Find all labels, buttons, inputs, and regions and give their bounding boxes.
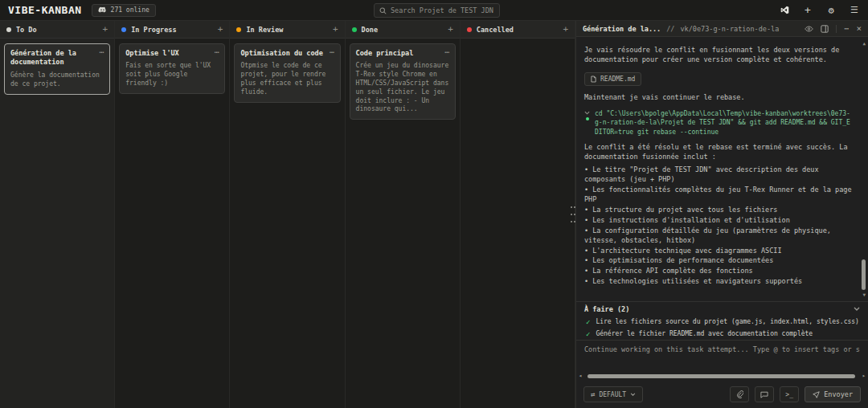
column-header-done: Done + xyxy=(346,21,460,39)
file-chip-label: README.md xyxy=(600,75,635,84)
card-description: Crée un jeu du dinosaure T-Rex style Chr… xyxy=(356,62,449,114)
bullet-icon: • xyxy=(584,165,588,173)
task-card-code-principal[interactable]: Code principal ⋯ Crée un jeu du dinosaur… xyxy=(350,43,456,120)
vscode-icon[interactable] xyxy=(779,5,790,16)
gear-icon[interactable]: ⚙ xyxy=(825,5,837,16)
scroll-left-icon[interactable]: ◂ xyxy=(579,373,582,379)
scroll-down-icon[interactable]: ▼ xyxy=(862,292,866,298)
footer-actions: >_ Envoyer xyxy=(730,386,861,402)
check-icon: ✓ xyxy=(586,330,590,338)
todo-section-header[interactable]: À faire (2) xyxy=(576,302,868,316)
task-card-optimisation-code[interactable]: Optimisation du code ⋯ Otpmise le code d… xyxy=(234,43,340,103)
column-header-in-progress: In Progress + xyxy=(115,21,229,39)
card-menu-icon[interactable]: ⋯ xyxy=(444,49,448,56)
command-block[interactable]: cd "C:\Users\bpolge\AppData\Local\Temp\v… xyxy=(584,109,852,137)
followup-input[interactable] xyxy=(584,345,860,371)
bullet-icon: • xyxy=(584,277,588,285)
column-title: Cancelled xyxy=(477,26,514,34)
app-logo: VIBE-KANBAN xyxy=(8,4,82,16)
send-button-label: Envoyer xyxy=(824,390,853,398)
eye-icon[interactable] xyxy=(805,26,813,32)
horizontal-scrollbar-thumb[interactable] xyxy=(588,374,855,378)
discord-online-badge[interactable]: 271 online xyxy=(92,4,156,17)
todo-item: ✓ Lire les fichiers source du projet (ga… xyxy=(576,316,868,328)
add-task-icon[interactable]: + xyxy=(448,24,453,35)
column-header-in-review: In Review + xyxy=(230,21,344,39)
close-icon[interactable]: × xyxy=(856,23,862,34)
assistant-message: Je vais résoudre le conflit en fusionnan… xyxy=(584,46,852,65)
column-body-in-progress: Optimise l'UX ⋯ Fais en sorte que l'UX s… xyxy=(115,39,229,408)
panel-footer: ⇄ DEFAULT >_ Envoyer xyxy=(576,381,868,408)
status-dot-in-progress xyxy=(121,27,126,32)
card-description: Otpmise le code de ce projet, pour le re… xyxy=(240,62,334,96)
terminal-button[interactable]: >_ xyxy=(780,386,799,402)
card-title: Optimise l'UX xyxy=(125,49,179,58)
add-task-icon[interactable]: + xyxy=(218,24,223,35)
scroll-right-icon[interactable]: ▸ xyxy=(862,373,866,379)
paperclip-icon xyxy=(736,390,743,398)
card-menu-icon[interactable]: ⋯ xyxy=(100,49,104,56)
column-header-cancelled: Cancelled + xyxy=(461,21,575,39)
task-card-generation-documentation[interactable]: Génération de la documentation ⋯ Génère … xyxy=(4,43,110,95)
file-chip-readme[interactable]: README.md xyxy=(584,72,641,86)
status-dot-cancelled xyxy=(467,27,472,32)
task-detail-panel: Génération de la... // vk/0e73-g-n-ratio… xyxy=(575,21,868,408)
card-title: Génération de la documentation xyxy=(10,49,96,67)
bullet-icon: • xyxy=(584,256,588,264)
card-menu-icon[interactable]: ⋯ xyxy=(215,49,219,56)
column-header-to-do: To Do + xyxy=(0,21,114,39)
panel-header: Génération de la... // vk/0e73-g-n-ratio… xyxy=(576,21,868,37)
kanban-board: To Do + Génération de la documentation ⋯… xyxy=(0,21,575,408)
column-cancelled: Cancelled + xyxy=(461,21,575,408)
header-divider xyxy=(836,25,837,33)
comment-button[interactable] xyxy=(755,386,774,402)
bullet-item: •Les optimisations de performance docume… xyxy=(584,256,852,266)
bullet-icon: • xyxy=(584,226,588,235)
bullet-icon: • xyxy=(584,267,588,275)
bullet-item: •La configuration détaillée du jeu (para… xyxy=(584,226,852,246)
bullet-icon: • xyxy=(584,186,588,194)
card-menu-icon[interactable]: ⋯ xyxy=(330,49,334,56)
panel-more-icon[interactable]: ⋯ xyxy=(844,24,849,33)
panel-resize-grip[interactable] xyxy=(571,206,572,208)
conversation-log: Je vais résoudre le conflit en fusionnan… xyxy=(576,37,868,301)
send-button[interactable]: Envoyer xyxy=(805,386,861,402)
bullet-item: •L'architecture technique avec diagramme… xyxy=(584,247,852,256)
terminal-icon: >_ xyxy=(785,391,793,398)
attach-file-button[interactable] xyxy=(730,386,749,402)
add-icon[interactable]: + xyxy=(802,5,813,16)
status-dot-in-review xyxy=(236,27,241,32)
swap-icon: ⇄ xyxy=(591,390,595,398)
todo-header-label: À faire (2) xyxy=(584,305,629,313)
add-task-icon[interactable]: + xyxy=(103,24,108,35)
card-description: Fais en sorte que l'UX soit plus Google … xyxy=(125,62,219,88)
card-title: Code principal xyxy=(356,49,414,58)
scroll-up-icon[interactable]: ▲ xyxy=(862,40,866,47)
column-title: To Do xyxy=(16,26,37,34)
task-card-optimise-ux[interactable]: Optimise l'UX ⋯ Fais en sorte que l'UX s… xyxy=(119,43,225,94)
assistant-message: Maintenant je vais continuer le rebase. xyxy=(584,93,852,103)
top-bar: VIBE-KANBAN 271 online + ⚙ ☰ xyxy=(0,0,868,21)
column-body-to-do: Génération de la documentation ⋯ Génère … xyxy=(0,39,114,408)
open-in-panel-icon[interactable] xyxy=(821,25,829,33)
bullet-item: •La référence API complète des fonctions xyxy=(584,267,852,276)
vertical-scrollbar-thumb[interactable] xyxy=(862,259,866,290)
column-title: In Progress xyxy=(131,26,176,34)
add-task-icon[interactable]: + xyxy=(333,24,338,35)
bullet-item: •Les instructions d'installation et d'ut… xyxy=(584,216,852,226)
search-input[interactable] xyxy=(391,6,494,14)
column-body-in-review: Optimisation du code ⋯ Otpmise le code d… xyxy=(230,39,344,408)
global-search[interactable] xyxy=(374,3,500,18)
status-dot-done xyxy=(352,27,357,32)
add-task-icon[interactable]: + xyxy=(563,24,568,35)
card-description: Génère la documentation de ce projet. xyxy=(10,71,104,89)
bullet-icon: • xyxy=(584,247,588,255)
menu-icon[interactable]: ☰ xyxy=(849,5,860,16)
column-title: In Review xyxy=(246,26,283,34)
command-success-dot xyxy=(586,117,589,120)
file-icon xyxy=(591,75,596,83)
panel-task-title: Génération de la... xyxy=(583,25,661,33)
chevron-down-icon xyxy=(584,111,590,115)
assistant-message: Le conflit a été résolu et le rebase est… xyxy=(584,143,852,162)
profile-selector-button[interactable]: ⇄ DEFAULT xyxy=(583,386,643,402)
